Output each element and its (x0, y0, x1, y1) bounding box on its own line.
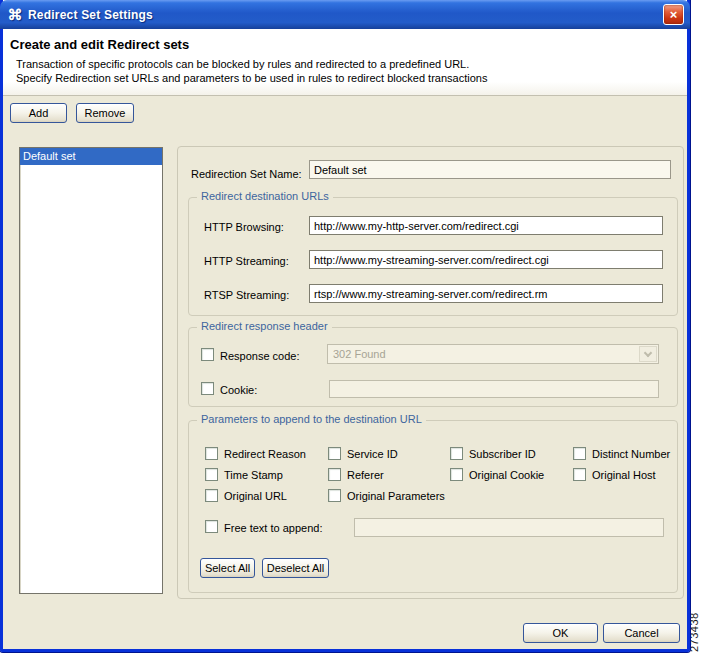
parameters-checkbox-grid: Redirect Reason Service ID Subscriber ID… (205, 445, 671, 504)
figure-number: 273438 (688, 607, 704, 652)
list-item-default-set[interactable]: Default set (20, 148, 162, 165)
http-streaming-label: HTTP Streaming: (204, 254, 289, 268)
window-title: Redirect Set Settings (28, 8, 153, 22)
screenshot-canvas: ⌘ Redirect Set Settings × Create and edi… (0, 0, 704, 659)
set-name-input[interactable] (309, 160, 671, 179)
original-url-checkbox[interactable] (205, 489, 218, 502)
redirect-reason-checkbox[interactable] (205, 447, 218, 460)
cookie-input (329, 380, 659, 398)
param-original-parameters[interactable]: Original Parameters (328, 487, 450, 504)
free-text-input (354, 518, 664, 537)
app-icon: ⌘ (6, 6, 24, 24)
original-host-checkbox[interactable] (573, 468, 586, 481)
rtsp-streaming-input[interactable] (309, 284, 663, 303)
http-streaming-input[interactable] (309, 250, 663, 269)
cookie-checkbox[interactable] (201, 382, 214, 395)
original-parameters-checkbox[interactable] (328, 489, 341, 502)
param-subscriber-id[interactable]: Subscriber ID (450, 445, 573, 462)
select-all-button[interactable]: Select All (200, 558, 255, 578)
response-code-dropdown: 302 Found (327, 344, 659, 364)
response-header-group: Redirect response header Response code: … (188, 327, 678, 407)
param-time-stamp[interactable]: Time Stamp (205, 466, 328, 483)
subscriber-id-checkbox[interactable] (450, 447, 463, 460)
page-title: Create and edit Redirect sets (10, 37, 189, 52)
free-text-checkbox[interactable] (205, 520, 218, 533)
destination-urls-group: Redirect destination URLs HTTP Browsing:… (188, 197, 678, 316)
destination-urls-group-title: Redirect destination URLs (197, 190, 333, 202)
response-code-value: 302 Found (333, 348, 386, 360)
http-browsing-input[interactable] (309, 216, 663, 235)
close-icon[interactable]: × (663, 4, 684, 25)
time-stamp-checkbox[interactable] (205, 468, 218, 481)
http-browsing-label: HTTP Browsing: (204, 220, 284, 234)
param-distinct-number[interactable]: Distinct Number (573, 445, 671, 462)
param-original-host[interactable]: Original Host (573, 466, 671, 483)
description-line-2: Specify Redirection set URLs and paramet… (16, 71, 487, 85)
param-redirect-reason[interactable]: Redirect Reason (205, 445, 328, 462)
referer-checkbox[interactable] (328, 468, 341, 481)
page-description: Transaction of specific protocols can be… (16, 57, 487, 85)
parameters-group-title: Parameters to append to the destination … (197, 413, 426, 425)
rtsp-streaming-label: RTSP Streaming: (204, 288, 289, 302)
redirect-set-list[interactable]: Default set (19, 147, 163, 594)
response-code-label: Response code: (220, 349, 300, 363)
description-line-1: Transaction of specific protocols can be… (16, 57, 487, 71)
free-text-label: Free text to append: (224, 521, 322, 535)
cancel-button[interactable]: Cancel (603, 623, 680, 643)
chevron-down-icon (639, 346, 657, 362)
settings-panel: Redirection Set Name: Redirect destinati… (177, 146, 684, 599)
header-band: Create and edit Redirect sets Transactio… (3, 29, 687, 96)
set-name-label: Redirection Set Name: (191, 167, 302, 181)
add-button[interactable]: Add (10, 103, 67, 123)
titlebar[interactable]: ⌘ Redirect Set Settings × (0, 0, 690, 29)
param-referer[interactable]: Referer (328, 466, 450, 483)
remove-button[interactable]: Remove (76, 103, 134, 123)
original-cookie-checkbox[interactable] (450, 468, 463, 481)
param-original-cookie[interactable]: Original Cookie (450, 466, 573, 483)
dialog-window: ⌘ Redirect Set Settings × Create and edi… (0, 0, 690, 652)
deselect-all-button[interactable]: Deselect All (262, 558, 329, 578)
param-original-url[interactable]: Original URL (205, 487, 328, 504)
parameters-group: Parameters to append to the destination … (188, 420, 678, 593)
ok-button[interactable]: OK (523, 623, 598, 643)
service-id-checkbox[interactable] (328, 447, 341, 460)
response-header-group-title: Redirect response header (197, 320, 332, 332)
distinct-number-checkbox[interactable] (573, 447, 586, 460)
response-code-checkbox[interactable] (201, 348, 214, 361)
param-service-id[interactable]: Service ID (328, 445, 450, 462)
cookie-label: Cookie: (220, 383, 257, 397)
